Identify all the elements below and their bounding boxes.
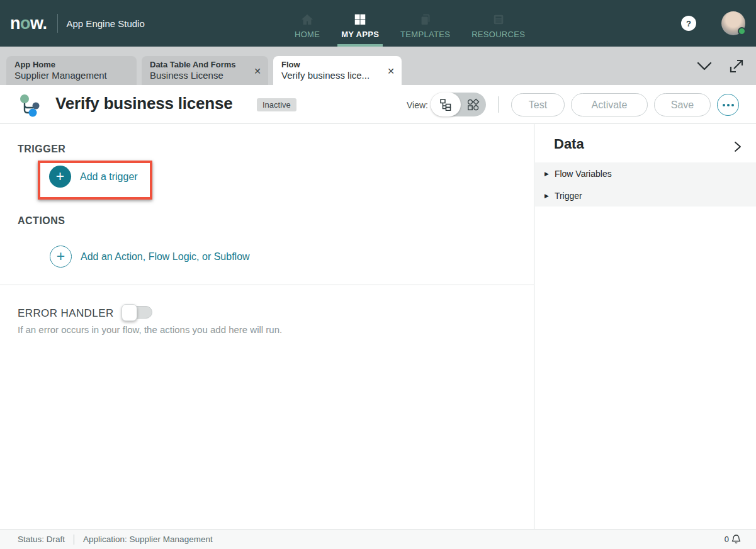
plus-icon: + — [49, 166, 71, 188]
add-trigger-button[interactable]: + Add a trigger — [49, 166, 138, 188]
test-button[interactable]: Test — [511, 93, 565, 116]
trigger-section-heading: TRIGGER — [18, 144, 65, 155]
templates-icon — [419, 13, 432, 26]
error-handler-toggle[interactable] — [123, 306, 152, 319]
data-tree: ▶ Flow Variables ▶ Trigger — [535, 162, 756, 207]
view-toggle[interactable] — [431, 93, 486, 116]
status-divider — [74, 535, 74, 545]
status-bar: Status: Draft Application: Supplier Mana… — [0, 529, 756, 549]
brand-divider — [57, 14, 58, 33]
chevron-down-icon[interactable] — [696, 61, 713, 71]
presence-dot — [738, 27, 746, 35]
bell-icon — [731, 534, 741, 545]
data-panel: Data ▶ Flow Variables ▶ Trigger — [535, 124, 756, 529]
status-text: Status: Draft — [18, 535, 65, 544]
tab-flow[interactable]: Flow Verify business lice... ✕ — [273, 56, 402, 85]
tab-app-home[interactable]: App Home Supplier Management — [6, 56, 137, 85]
shapes-view-segment[interactable] — [460, 93, 486, 116]
help-button[interactable]: ? — [681, 16, 696, 31]
caret-right-icon: ▶ — [544, 193, 549, 199]
actions-section-heading: ACTIONS — [18, 215, 65, 227]
add-action-label: Add an Action, Flow Logic, or Subflow — [81, 251, 250, 263]
status-badge: Inactive — [257, 98, 296, 111]
diagram-view-segment[interactable] — [431, 93, 461, 116]
expand-icon[interactable] — [728, 58, 745, 74]
main-nav: HOME MY APPS TEMPLATES RESOURCES — [295, 0, 525, 47]
save-button[interactable]: Save — [654, 93, 711, 116]
nav-home[interactable]: HOME — [295, 0, 320, 47]
notifications-button[interactable]: 0 — [725, 529, 741, 549]
error-handler-heading: ERROR HANDLER — [18, 307, 114, 320]
flow-canvas: TRIGGER + Add a trigger ACTIONS + Add an… — [0, 124, 534, 529]
tab-bar: App Home Supplier Management Data Table … — [0, 47, 756, 85]
resources-icon — [492, 13, 505, 26]
caret-right-icon: ▶ — [544, 171, 549, 177]
view-label: View: — [407, 100, 428, 110]
notification-count: 0 — [725, 535, 729, 544]
servicenow-logo: now. App Engine Studio — [10, 14, 145, 33]
app-title: App Engine Studio — [67, 18, 145, 29]
activate-button[interactable]: Activate — [571, 93, 648, 116]
avatar[interactable] — [721, 11, 745, 35]
header-divider — [498, 96, 499, 113]
tab-data-table-and-forms[interactable]: Data Table And Forms Business License ✕ — [142, 56, 268, 85]
nav-templates[interactable]: TEMPLATES — [400, 0, 450, 47]
close-icon[interactable]: ✕ — [254, 67, 261, 76]
application-text: Application: Supplier Management — [83, 535, 213, 544]
nav-my-apps[interactable]: MY APPS — [341, 0, 379, 47]
logo-text: now. — [10, 14, 47, 33]
collapse-panel-icon[interactable] — [733, 140, 742, 153]
data-panel-title: Data — [554, 136, 584, 152]
home-icon — [300, 13, 314, 26]
shapes-view-icon — [466, 98, 480, 111]
close-icon[interactable]: ✕ — [387, 67, 395, 76]
data-item-trigger[interactable]: ▶ Trigger — [535, 184, 756, 207]
top-header: now. App Engine Studio HOME MY APPS TEMP… — [0, 0, 756, 47]
flow-header: Verify business license Inactive View: T… — [0, 85, 756, 124]
error-handler-description: If an error occurs in your flow, the act… — [18, 324, 282, 335]
question-icon: ? — [686, 19, 691, 28]
toggle-knob — [121, 304, 137, 321]
more-options-button[interactable] — [717, 94, 739, 116]
ellipsis-icon — [723, 104, 725, 106]
tree-view-icon — [439, 98, 452, 111]
grid-icon — [353, 13, 367, 26]
plus-icon: + — [50, 246, 72, 268]
flow-icon — [18, 93, 42, 117]
add-action-button[interactable]: + Add an Action, Flow Logic, or Subflow — [50, 246, 250, 268]
section-divider — [0, 285, 534, 285]
add-trigger-label: Add a trigger — [80, 171, 138, 183]
page-title: Verify business license — [55, 94, 233, 113]
nav-resources[interactable]: RESOURCES — [471, 0, 525, 47]
data-item-flow-variables[interactable]: ▶ Flow Variables — [535, 162, 756, 184]
